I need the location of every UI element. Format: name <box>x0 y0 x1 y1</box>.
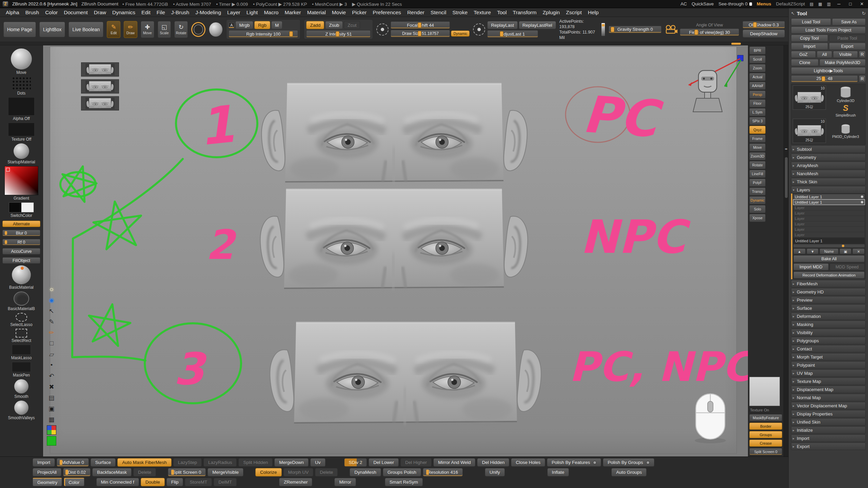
tray-button[interactable]: LazyStep <box>173 458 202 467</box>
tool-section[interactable]: Export <box>791 443 866 450</box>
eraser-icon[interactable]: ▱ <box>47 349 56 359</box>
smoothvalleys-brush[interactable]: SmoothValleys <box>1 401 41 420</box>
tray-button[interactable]: Split Hidden <box>238 458 273 467</box>
tray-button[interactable]: ZRemesher <box>279 478 313 486</box>
tray-button[interactable]: Dist 0.02 <box>63 468 91 476</box>
fillobject-button[interactable]: FillObject <box>1 256 41 264</box>
menu-item[interactable]: Edit <box>138 8 154 17</box>
shelf-move[interactable]: Move <box>749 143 766 151</box>
color-palette-icon[interactable] <box>47 425 56 435</box>
layout-grid-icon[interactable]: ▤ <box>810 2 813 6</box>
shelf-transp[interactable]: Transp <box>749 187 766 196</box>
material-basicb[interactable]: BasicMaterialB <box>1 291 41 311</box>
groups-toggle[interactable]: Groups <box>749 431 782 438</box>
snapshot-thumb[interactable] <box>81 96 119 110</box>
tool-item-cylinder3d[interactable]: Cylinder3D <box>827 85 864 103</box>
tray-button[interactable]: Polish By Features <box>547 458 601 467</box>
tool-item-simplebrush[interactable]: S SimpleBrush <box>827 103 864 117</box>
texture-selector[interactable]: Texture Off <box>1 123 41 142</box>
tray-button[interactable]: Unify <box>485 468 505 476</box>
tray-button[interactable]: Del Hidden <box>477 458 509 467</box>
tray-button[interactable]: LazyRadius <box>203 458 237 467</box>
tool-section[interactable]: UV Map <box>791 369 866 377</box>
menu-item[interactable]: Tool <box>494 8 510 17</box>
tool-section[interactable]: Geometry <box>791 154 866 161</box>
close-button[interactable]: ✕ <box>859 1 865 6</box>
tray-button[interactable]: Close Holes <box>511 458 545 467</box>
maskpen-brush[interactable]: MaskPen <box>1 362 41 378</box>
clone-button[interactable]: Clone <box>791 59 818 66</box>
layer-row[interactable]: Layer <box>793 227 865 232</box>
tool-section[interactable]: Unified Skin <box>791 418 866 426</box>
rf-slider[interactable]: Rf 0 <box>1 238 41 245</box>
selectlasso-brush[interactable]: SelectLasso <box>1 313 41 327</box>
tray-button[interactable]: Surface <box>91 458 116 467</box>
load-tools-from-project-button[interactable]: Load Tools From Project <box>791 26 866 34</box>
menu-item[interactable]: Draw <box>91 8 109 17</box>
copy-tool-button[interactable]: Copy Tool <box>791 35 828 42</box>
minimize-button[interactable]: ─ <box>835 1 842 6</box>
visibility-eye-icon[interactable]: ◉ <box>47 295 56 305</box>
tool-slider[interactable]: 25강. 48 <box>791 75 858 82</box>
angle-of-view-label[interactable]: Angle Of View <box>680 23 739 27</box>
layer-row[interactable]: Layer <box>793 216 865 221</box>
tray-button[interactable]: Morph UV <box>283 468 314 476</box>
tool-item-pm3d-cylinder[interactable]: PM3D_Cylinder3 <box>827 119 864 143</box>
replay-last-rel-button[interactable]: ReplayLastRel <box>519 21 556 29</box>
tool-section[interactable]: Vector Displacement Map <box>791 402 866 409</box>
live-boolean-button[interactable]: Live Boolean <box>68 22 103 37</box>
crease-toggle[interactable]: Crease <box>749 440 782 447</box>
tray-button[interactable]: Smart ReSym <box>385 478 423 486</box>
tray-button[interactable]: Split Screen 0 <box>168 468 206 476</box>
goz-all-button[interactable]: All <box>817 51 832 58</box>
a-chip[interactable]: A <box>229 22 234 28</box>
maximize-button[interactable]: □ <box>847 1 854 6</box>
menu-item[interactable]: J-Modeling <box>192 8 224 17</box>
tool-section[interactable]: Masking <box>791 321 866 328</box>
layer-row[interactable]: Layer <box>793 210 865 216</box>
see-through-knob[interactable] <box>749 2 752 6</box>
sculpt-face-2[interactable] <box>249 181 539 300</box>
zsub-button[interactable]: Zsub <box>325 21 343 29</box>
sculpt-face-3[interactable] <box>259 307 552 441</box>
rotate-mode-button[interactable]: ↻ Rotate <box>174 21 188 38</box>
masklasso-brush[interactable]: MaskLasso <box>1 345 41 360</box>
switch-color[interactable]: SwitchColor <box>1 202 41 218</box>
pencil-icon[interactable]: ✏ <box>47 328 56 337</box>
dot-tool-icon[interactable]: • <box>47 360 56 370</box>
menu-item[interactable]: Alpha <box>3 8 22 17</box>
points-vslider[interactable] <box>601 23 605 36</box>
gravity-strength-slider[interactable]: Gravity Strength 0 <box>609 26 662 33</box>
sculpt-face-1[interactable] <box>251 78 538 190</box>
z-intensity-slider[interactable]: Z Intensity 51 <box>306 30 371 38</box>
focal-shift-icon[interactable] <box>376 23 389 36</box>
paste-tool-button[interactable]: Paste Tool <box>829 35 866 42</box>
smooth-brush[interactable]: Smooth <box>1 379 41 399</box>
panel-dock-icon[interactable]: ↖ <box>791 11 795 16</box>
screenshot-icon[interactable]: ▣ <box>47 404 56 413</box>
load-tool-button[interactable]: Load Tool <box>791 18 831 25</box>
tool-section[interactable]: Geometry HD <box>791 288 866 296</box>
edit-mode-button[interactable]: ✎ Edit <box>107 21 120 38</box>
tray-button[interactable]: Inflate <box>547 468 569 476</box>
snapshot-thumb[interactable] <box>81 79 119 94</box>
print-icon[interactable]: ▤ <box>47 393 56 402</box>
layer-row[interactable]: Layer <box>793 205 865 210</box>
tool-section[interactable]: Initialize <box>791 426 866 434</box>
tray-button[interactable]: Uv <box>310 458 326 467</box>
menu-item[interactable]: File <box>154 8 168 17</box>
material-startup[interactable]: StartupMaterial <box>1 143 41 164</box>
divider-handle[interactable] <box>731 43 741 45</box>
tool-section[interactable]: Texture Map <box>791 378 866 385</box>
tool-section[interactable]: Contact <box>791 345 866 352</box>
movie-camera-icon[interactable] <box>665 25 678 34</box>
tool-section-layers[interactable]: Layers <box>791 186 866 194</box>
fov-slider[interactable]: Field of view(deg) 30 <box>680 28 739 36</box>
tray-button[interactable]: MergeVisible <box>208 468 243 476</box>
rectangle-tool-icon[interactable]: □ <box>47 339 56 348</box>
tool-section[interactable]: Displacement Map <box>791 386 866 393</box>
tray-button[interactable]: Min Connected f <box>96 478 139 486</box>
highlighter-pin-icon[interactable]: ☼ <box>47 284 56 294</box>
tray-button[interactable]: MergeDown <box>274 458 309 467</box>
tray-button[interactable]: Del Higher <box>400 458 432 467</box>
